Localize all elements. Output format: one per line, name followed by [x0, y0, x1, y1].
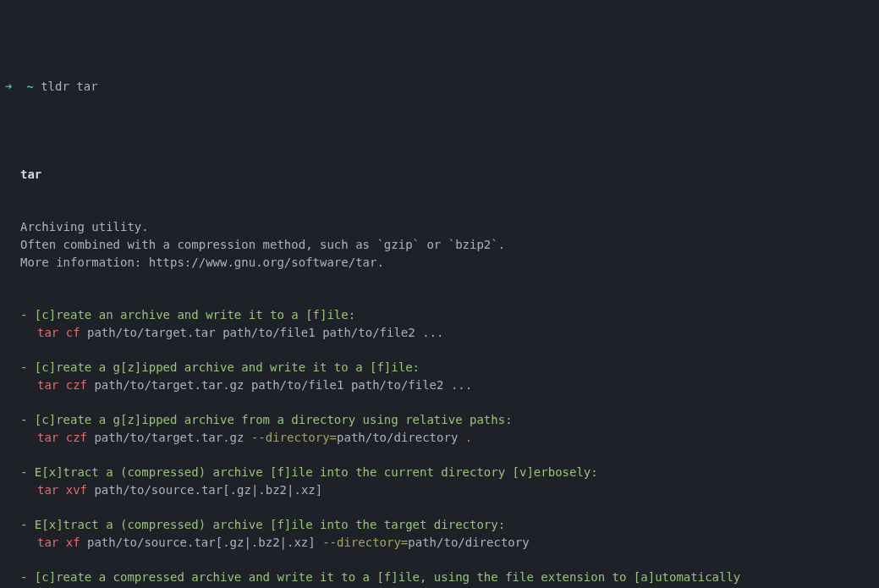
prompt-arrow-icon: ➜ [5, 80, 12, 93]
example-entry: - E[x]tract a (compressed) archive [f]il… [20, 464, 879, 499]
cmd-segment: tar [37, 378, 66, 392]
cmd-segment: tar [37, 326, 66, 339]
cmd-segment: tar [37, 536, 66, 549]
cmd-segment: path/to/target.tar path/to/file1 path/to… [80, 326, 444, 339]
cmd-segment: --directory= [322, 536, 408, 549]
example-description: - [c]reate a compressed archive and writ… [20, 569, 879, 588]
cmd-segment: tar [37, 431, 66, 444]
example-command: tar cf path/to/target.tar path/to/file1 … [37, 324, 879, 342]
cmd-segment: czf [66, 431, 87, 444]
example-command: tar xvf path/to/source.tar[.gz|.bz2|.xz] [37, 481, 879, 499]
command-input: tldr tar [41, 80, 97, 93]
cmd-segment: xf [66, 536, 80, 549]
cmd-segment: tar [37, 483, 66, 497]
example-description: - [c]reate a g[z]ipped archive and write… [20, 359, 879, 376]
prompt-cwd: ~ [26, 80, 33, 93]
example-description: - E[x]tract a (compressed) archive [f]il… [20, 464, 879, 481]
cmd-segment: cf [66, 326, 80, 339]
cmd-segment: path/to/source.tar[.gz|.bz2|.xz] [80, 536, 323, 549]
page-title: tar [20, 166, 879, 184]
cmd-segment: path/to/target.tar.gz [87, 431, 251, 444]
cmd-segment: path/to/target.tar.gz path/to/file1 path… [87, 378, 472, 392]
example-description: - E[x]tract a (compressed) archive [f]il… [20, 516, 879, 534]
example-description: - [c]reate a g[z]ipped archive from a di… [20, 411, 879, 429]
examples-list: - [c]reate an archive and write it to a … [20, 306, 879, 588]
example-description: - [c]reate an archive and write it to a … [20, 306, 879, 324]
cmd-segment: path/to/directory [408, 536, 529, 549]
example-entry: - [c]reate a g[z]ipped archive and write… [20, 359, 879, 394]
cmd-segment: path/to/source.tar[.gz|.bz2|.xz] [87, 483, 322, 497]
page-description: Archiving utility. Often combined with a… [20, 218, 879, 272]
tldr-output: tar Archiving utility. Often combined wi… [0, 131, 879, 588]
example-entry: - [c]reate an archive and write it to a … [20, 306, 879, 342]
cmd-segment: . [465, 431, 472, 444]
example-command: tar czf path/to/target.tar.gz path/to/fi… [37, 376, 879, 394]
cmd-segment: xvf [66, 483, 87, 497]
terminal-prompt[interactable]: ➜ ~ tldr tar [0, 78, 879, 96]
example-command: tar czf path/to/target.tar.gz --director… [37, 429, 879, 447]
cmd-segment: path/to/directory [337, 431, 465, 444]
example-command: tar xf path/to/source.tar[.gz|.bz2|.xz] … [37, 534, 879, 552]
cmd-segment: --directory= [251, 431, 337, 444]
example-entry: - E[x]tract a (compressed) archive [f]il… [20, 516, 879, 552]
cmd-segment: czf [66, 378, 87, 392]
example-entry: - [c]reate a compressed archive and writ… [20, 569, 879, 588]
example-entry: - [c]reate a g[z]ipped archive from a di… [20, 411, 879, 447]
